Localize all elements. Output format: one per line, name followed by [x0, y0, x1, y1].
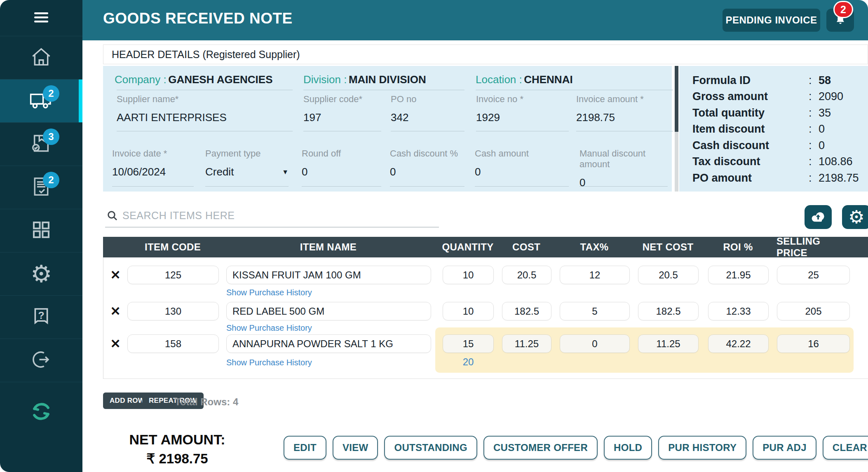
field-value: 2198.75: [576, 111, 673, 124]
round-off-field[interactable]: Round off 0: [302, 148, 381, 178]
view-button[interactable]: VIEW: [333, 436, 378, 460]
search-input[interactable]: [122, 207, 435, 224]
sidebar-item-logout[interactable]: [0, 339, 82, 382]
remove-row-button[interactable]: ✕: [103, 302, 127, 320]
sidebar-item-home[interactable]: [0, 36, 82, 79]
invoice-date-field[interactable]: Invoice date * 10/06/2024: [112, 148, 194, 178]
cash-amount-field[interactable]: Cash amount 0: [475, 148, 569, 178]
chevron-down-icon: ▼: [282, 168, 289, 176]
sidebar-item-dashboard[interactable]: [0, 209, 82, 252]
sidebar-item-help[interactable]: ?: [0, 296, 82, 339]
tax-input[interactable]: 5: [560, 302, 630, 320]
net-amount-value: ₹ 2198.75: [95, 451, 260, 467]
edit-button[interactable]: EDIT: [284, 436, 326, 460]
item-name-input[interactable]: ANNAPURNA POWDER SALT 1 KG: [226, 334, 431, 353]
selling-price-input[interactable]: 25: [777, 266, 850, 284]
scrollbar-thumb[interactable]: [675, 66, 678, 132]
outstanding-button[interactable]: OUTSTANDING: [384, 436, 477, 460]
quantity-input[interactable]: 15: [443, 334, 494, 353]
hold-button[interactable]: HOLD: [604, 436, 652, 460]
field-value: 0: [579, 176, 668, 189]
selling-price-input[interactable]: 205: [777, 302, 850, 320]
customer-offer-button[interactable]: CUSTOMER OFFER: [483, 436, 598, 460]
field-value: 0: [390, 166, 464, 178]
column-header: ITEM CODE: [127, 237, 218, 257]
item-code-input[interactable]: 130: [127, 302, 219, 320]
supplier-name-field[interactable]: Supplier name* AARTI ENTERPRISES: [117, 94, 293, 124]
item-code-input[interactable]: 158: [127, 334, 219, 353]
show-purchase-history-link[interactable]: Show Purchase History: [226, 358, 312, 367]
payment-type-select[interactable]: Payment type Credit ▼: [205, 148, 289, 178]
topbar: GOODS RECEIVED NOTE PENDING INVOICE 2: [82, 0, 868, 40]
summary-value: 0: [819, 139, 825, 152]
column-header: COST: [502, 237, 551, 257]
sidebar: 2 3 2 ⚙ ?: [0, 0, 82, 472]
sync-icon: [28, 399, 54, 426]
upload-button[interactable]: [805, 205, 832, 229]
field-value: AARTI ENTERPRISES: [117, 111, 293, 124]
field-value: 1929: [476, 111, 569, 124]
sidebar-item-purchase-orders[interactable]: 3: [0, 123, 82, 166]
tax-input[interactable]: 0: [560, 334, 630, 353]
sidebar-item-sync[interactable]: [0, 382, 82, 472]
selling-price-input[interactable]: 16: [777, 334, 850, 353]
sidebar-item-settings[interactable]: ⚙: [0, 252, 82, 296]
gear-icon: ⚙: [848, 208, 864, 226]
roi-input[interactable]: 12.33: [708, 302, 769, 320]
header-scrollbar[interactable]: [675, 66, 678, 192]
column-header: SELLING PRICE: [777, 237, 849, 257]
home-icon: [29, 45, 53, 70]
invoice-no-field[interactable]: Invoice no * 1929: [476, 94, 569, 124]
cash-discount-pct-field[interactable]: Cash discount % 0: [390, 148, 464, 178]
remove-row-button[interactable]: ✕: [103, 334, 127, 353]
field-label: Cash discount %: [390, 148, 464, 159]
cost-input[interactable]: 182.5: [502, 302, 551, 320]
item-code-input[interactable]: 125: [127, 266, 219, 284]
header-details-panel: Company : GANESH AGENCIES Division : MAI…: [103, 66, 672, 192]
net-cost-input[interactable]: 20.5: [638, 266, 699, 284]
cost-input[interactable]: 20.5: [502, 266, 551, 284]
gear-icon: ⚙: [30, 262, 52, 286]
sidebar-item-goods-received[interactable]: 2: [0, 79, 82, 123]
division-group: Division : MAIN DIVISION: [303, 73, 426, 86]
summary-row: Cash discount : 0: [692, 138, 868, 153]
help-icon: ?: [30, 305, 52, 329]
clear-button[interactable]: CLEAR: [823, 436, 868, 460]
table-settings-button[interactable]: ⚙: [842, 205, 868, 229]
page-title: GOODS RECEIVED NOTE: [103, 10, 293, 27]
badge: 2: [43, 85, 59, 102]
pur-history-button[interactable]: PUR HISTORY: [658, 436, 746, 460]
net-cost-input[interactable]: 11.25: [638, 334, 699, 353]
roi-input[interactable]: 21.95: [708, 266, 769, 284]
sidebar-menu-toggle[interactable]: [0, 0, 82, 36]
field-value: 197: [303, 111, 381, 124]
quantity-input[interactable]: 10: [443, 266, 494, 284]
action-buttons-row: EDIT VIEW OUTSTANDING CUSTOMER OFFER HOL…: [284, 436, 865, 460]
location-group: Location : CHENNAI: [476, 73, 573, 86]
roi-input[interactable]: 42.22: [708, 334, 769, 353]
pur-adj-button[interactable]: PUR ADJ: [753, 436, 816, 460]
cloud-upload-icon: [810, 210, 826, 225]
summary-panel: Formula ID : 58 Gross amount : 2090 Tota…: [679, 66, 868, 192]
goods-received-note-app: 2 3 2 ⚙ ?: [0, 0, 868, 472]
items-table-body: ✕ 125 KISSAN FRUIT JAM 100 GM 10 20.5 12…: [103, 257, 868, 379]
po-no-field[interactable]: PO no 342: [391, 94, 464, 124]
summary-row: Gross amount : 2090: [692, 89, 868, 105]
tax-input[interactable]: 12: [560, 266, 630, 284]
sidebar-item-invoices[interactable]: 2: [0, 166, 82, 209]
net-cost-input[interactable]: 182.5: [638, 302, 699, 320]
manual-discount-field[interactable]: Manual discount amount 0: [579, 148, 668, 189]
item-name-input[interactable]: RED LABEL 500 GM: [226, 302, 431, 320]
search-bar: [103, 204, 441, 229]
quantity-input[interactable]: 10: [443, 302, 494, 320]
cost-input[interactable]: 11.25: [502, 334, 551, 353]
company-group: Company : GANESH AGENCIES: [115, 73, 272, 86]
supplier-code-field[interactable]: Supplier code* 197: [303, 94, 381, 124]
show-purchase-history-link[interactable]: Show Purchase History: [226, 288, 312, 297]
item-name-input[interactable]: KISSAN FRUIT JAM 100 GM: [226, 266, 431, 284]
show-purchase-history-link[interactable]: Show Purchase History: [226, 323, 312, 333]
remove-row-button[interactable]: ✕: [103, 266, 127, 284]
invoice-amount-field[interactable]: Invoice amount * 2198.75: [576, 94, 673, 124]
pending-invoice-button[interactable]: PENDING INVOICE: [723, 9, 820, 32]
summary-label: Tax discount: [692, 155, 809, 168]
